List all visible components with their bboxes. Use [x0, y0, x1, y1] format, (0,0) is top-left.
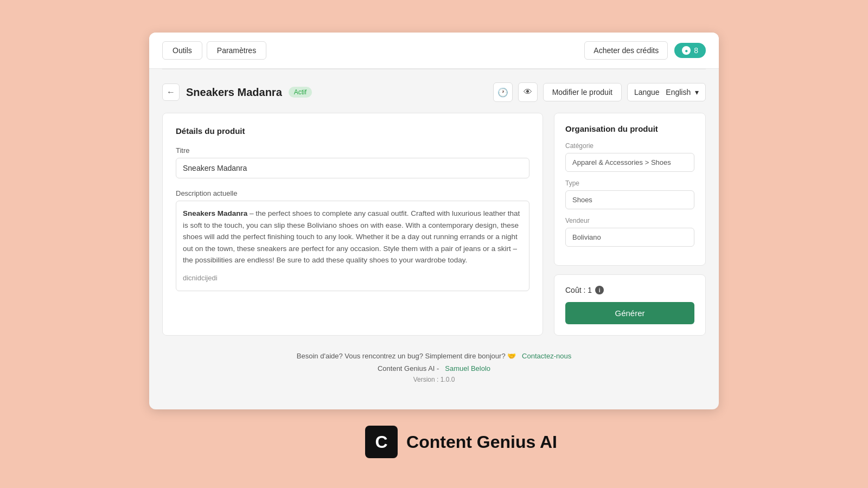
credits-badge[interactable]: ● 8 — [674, 43, 706, 58]
product-header: ← Sneakers Madanra Actif 🕐 👁 Modifier le… — [162, 82, 706, 102]
product-header-right: 🕐 👁 Modifier le produit Langue English ▾ — [493, 82, 706, 102]
two-col-layout: Détails du produit Titre Description act… — [162, 113, 706, 336]
info-icon[interactable]: i — [595, 286, 604, 294]
content-area: ← Sneakers Madanra Actif 🕐 👁 Modifier le… — [149, 69, 719, 409]
description-footer: dicnidcijedi — [183, 273, 522, 284]
type-label: Type — [565, 179, 694, 187]
description-text: – the perfect shoes to complete any casu… — [183, 209, 520, 264]
description-product-name: Sneakers Madanra — [183, 209, 247, 217]
generate-button[interactable]: Générer — [565, 302, 694, 324]
org-card: Organisation du produit Catégorie Appare… — [554, 113, 706, 266]
language-selector[interactable]: Langue English ▾ — [627, 83, 706, 101]
brand-logo: C — [365, 426, 398, 458]
brand-name: Content Genius AI — [406, 432, 557, 452]
contact-link[interactable]: Contactez-nous — [522, 352, 571, 360]
credit-author-link[interactable]: Samuel Belolo — [445, 364, 490, 373]
vendor-label: Vendeur — [565, 217, 694, 224]
product-title: Sneakers Madanra — [186, 86, 282, 99]
settings-button[interactable]: Paramètres — [207, 41, 266, 60]
cost-label: Coût : 1 i — [565, 286, 694, 294]
language-value: English — [666, 88, 691, 97]
org-title: Organisation du produit — [565, 124, 694, 133]
description-label: Description actuelle — [176, 189, 529, 197]
category-value: Apparel & Accessories > Shoes — [565, 153, 694, 172]
product-details-title: Détails du produit — [176, 126, 529, 136]
type-field: Type Shoes — [565, 179, 694, 209]
back-button[interactable]: ← — [162, 84, 180, 101]
nav-left: Outils Paramètres — [162, 41, 266, 60]
title-input[interactable] — [176, 158, 529, 178]
nav-right: Acheter des crédits ● 8 — [584, 41, 706, 60]
description-content[interactable]: Sneakers Madanra – the perfect shoes to … — [176, 201, 529, 291]
left-panel: Détails du produit Titre Description act… — [162, 113, 543, 336]
buy-credits-button[interactable]: Acheter des crédits — [584, 41, 668, 60]
footer-version: Version : 1.0.0 — [175, 376, 693, 383]
modify-product-button[interactable]: Modifier le produit — [543, 83, 622, 101]
status-badge: Actif — [289, 87, 312, 98]
category-label: Catégorie — [565, 142, 694, 150]
top-nav: Outils Paramètres Acheter des crédits ● … — [149, 33, 719, 69]
bottom-branding: C Content Genius AI — [311, 409, 557, 458]
category-field: Catégorie Apparel & Accessories > Shoes — [565, 142, 694, 172]
coin-icon: ● — [682, 46, 691, 55]
eye-button[interactable]: 👁 — [518, 82, 538, 102]
footer-credit: Content Genius AI - Samuel Belolo — [175, 364, 693, 373]
vendor-field: Vendeur Boliviano — [565, 217, 694, 247]
tools-button[interactable]: Outils — [162, 41, 202, 60]
type-value: Shoes — [565, 190, 694, 209]
footer-help: Besoin d'aide? Vous rencontrez un bug? S… — [175, 352, 693, 360]
credits-count: 8 — [694, 46, 698, 55]
vendor-value: Boliviano — [565, 228, 694, 247]
history-button[interactable]: 🕐 — [493, 82, 513, 102]
right-panel: Organisation du produit Catégorie Appare… — [554, 113, 706, 336]
cost-section: Coût : 1 i Générer — [554, 274, 706, 336]
title-label: Titre — [176, 146, 529, 155]
product-header-left: ← Sneakers Madanra Actif — [162, 84, 312, 101]
footer: Besoin d'aide? Vous rencontrez un bug? S… — [162, 336, 706, 396]
description-section: Description actuelle Sneakers Madanra – … — [176, 189, 529, 291]
language-label: Langue — [634, 88, 660, 97]
main-window: Outils Paramètres Acheter des crédits ● … — [149, 33, 719, 409]
